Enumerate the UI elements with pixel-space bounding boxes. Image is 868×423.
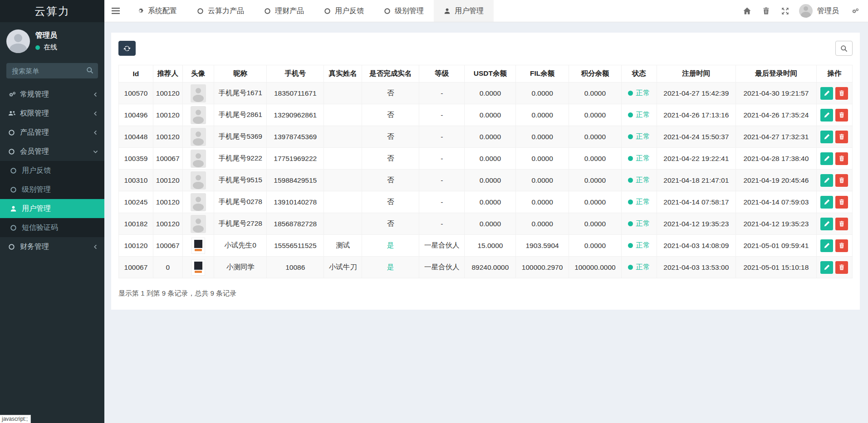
cell-status: 正常: [622, 213, 657, 235]
tab-级别管理[interactable]: 级别管理: [374, 0, 434, 22]
tab-用户管理[interactable]: 用户管理: [434, 0, 494, 22]
delete-button[interactable]: [835, 131, 848, 143]
cell-level: -: [419, 83, 465, 104]
cell-phone: 15988429515: [267, 170, 324, 191]
cell-last-login-time: 2021-04-28 17:38:40: [736, 148, 817, 170]
cell-phone: 15556511525: [267, 235, 324, 257]
cell-points-balance: 0.0000: [569, 235, 621, 257]
cell-avatar: [182, 126, 214, 148]
table-row: 1000670小测同学10086小试牛刀是一星合伙人89240.00001000…: [119, 257, 853, 278]
trash-small-icon: [839, 199, 844, 205]
edit-button[interactable]: [820, 239, 833, 252]
cell-registered-time: 2021-04-03 13:53:00: [657, 257, 736, 278]
cell-usdt-balance: 15.0000: [465, 235, 516, 257]
sidebar-search-input[interactable]: [6, 63, 98, 78]
cell-usdt-balance: 0.0000: [465, 170, 516, 191]
navbar-right: 管理员: [737, 0, 868, 22]
cell-points-balance: 100000.0000: [569, 257, 621, 278]
edit-button[interactable]: [820, 87, 833, 100]
navbar-user-menu[interactable]: 管理员: [794, 4, 845, 18]
edit-button[interactable]: [820, 261, 833, 274]
tab-label: 用户管理: [455, 6, 484, 16]
tab-用户反馈[interactable]: 用户反馈: [314, 0, 374, 22]
cell-points-balance: 0.0000: [569, 170, 621, 191]
cell-nickname: 小试先生0: [214, 235, 266, 257]
search-icon[interactable]: [86, 67, 93, 74]
sidebar-item-用户反馈[interactable]: 用户反馈: [0, 161, 104, 180]
cell-level: -: [419, 148, 465, 170]
cell-verified: 否: [362, 191, 419, 213]
edit-button[interactable]: [820, 131, 833, 143]
cell-phone: 17751969222: [267, 148, 324, 170]
edit-button[interactable]: [820, 218, 833, 230]
status-dot-icon: [628, 112, 633, 117]
circle-icon: [8, 129, 20, 136]
cell-status: 正常: [622, 104, 657, 126]
sidebar-item-级别管理[interactable]: 级别管理: [0, 180, 104, 199]
cell-id: 100182: [119, 213, 153, 235]
delete-button[interactable]: [835, 174, 848, 187]
sidebar-item-用户管理[interactable]: 用户管理: [0, 199, 104, 218]
navbar-tabs: 系统配置云算力产品理财产品用户反馈级别管理用户管理: [127, 0, 494, 22]
cell-last-login-time: 2021-04-30 19:21:57: [736, 83, 817, 104]
sidebar-item-短信验证码[interactable]: 短信验证码: [0, 218, 104, 237]
circle-icon: [10, 167, 22, 174]
cell-avatar: [182, 83, 214, 104]
cell-phone: 18568782728: [267, 213, 324, 235]
sidebar-item-label: 短信验证码: [22, 223, 98, 233]
delete-button[interactable]: [835, 261, 848, 274]
cell-registered-time: 2021-04-14 07:58:17: [657, 191, 736, 213]
delete-button[interactable]: [835, 239, 848, 252]
table-row: 100359100067手机尾号922217751969222否-0.00000…: [119, 148, 853, 170]
sidebar-item-产品管理[interactable]: 产品管理: [0, 123, 104, 142]
home-icon[interactable]: [737, 0, 756, 22]
cell-usdt-balance: 0.0000: [465, 148, 516, 170]
cell-level: -: [419, 104, 465, 126]
cell-avatar: [182, 235, 214, 257]
hamburger-menu-icon[interactable]: [104, 0, 127, 22]
table-search-button[interactable]: [835, 41, 853, 56]
delete-button[interactable]: [835, 196, 848, 209]
delete-button[interactable]: [835, 152, 848, 165]
tab-云算力产品[interactable]: 云算力产品: [187, 0, 254, 22]
sidebar-item-常规管理[interactable]: 常规管理: [0, 85, 104, 104]
circle-icon: [10, 186, 22, 193]
cell-status: 正常: [622, 126, 657, 148]
cell-verified: 否: [362, 213, 419, 235]
sidebar-item-会员管理[interactable]: 会员管理: [0, 142, 104, 161]
pencil-icon: [824, 112, 830, 118]
cell-registered-time: 2021-04-18 21:47:01: [657, 170, 736, 191]
refresh-button[interactable]: [118, 41, 136, 56]
cell-actions: [816, 191, 852, 213]
trash-small-icon: [839, 112, 844, 118]
cell-actions: [816, 104, 852, 126]
cell-verified: 是: [362, 257, 419, 278]
cell-phone: 18350711671: [267, 83, 324, 104]
cell-fil-balance: 0.0000: [516, 104, 569, 126]
sidebar-item-权限管理[interactable]: 权限管理: [0, 104, 104, 123]
settings-gears-icon[interactable]: [845, 0, 864, 22]
delete-button[interactable]: [835, 218, 848, 230]
column-header-积分余额: 积分余额: [569, 65, 621, 83]
trash-icon[interactable]: [756, 0, 775, 22]
cell-referrer: 0: [153, 257, 182, 278]
edit-button[interactable]: [820, 196, 833, 209]
edit-button[interactable]: [820, 109, 833, 122]
delete-button[interactable]: [835, 109, 848, 122]
tab-理财产品[interactable]: 理财产品: [254, 0, 314, 22]
chevron-left-icon: [93, 111, 98, 116]
edit-button[interactable]: [820, 174, 833, 187]
column-header-FIL余额: FIL余额: [516, 65, 569, 83]
column-header-手机号: 手机号: [267, 65, 324, 83]
table-row: 100496100120手机尾号286113290962861否-0.00000…: [119, 104, 853, 126]
edit-button[interactable]: [820, 152, 833, 165]
sidebar-item-财务管理[interactable]: 财务管理: [0, 237, 104, 256]
fullscreen-icon[interactable]: [775, 0, 794, 22]
tab-系统配置[interactable]: 系统配置: [127, 0, 187, 22]
avatar-placeholder-icon: [191, 171, 206, 190]
cell-verified: 是: [362, 235, 419, 257]
app-logo[interactable]: 云算力: [0, 0, 104, 22]
cell-phone: 10086: [267, 257, 324, 278]
cell-status: 正常: [622, 83, 657, 104]
delete-button[interactable]: [835, 87, 848, 100]
